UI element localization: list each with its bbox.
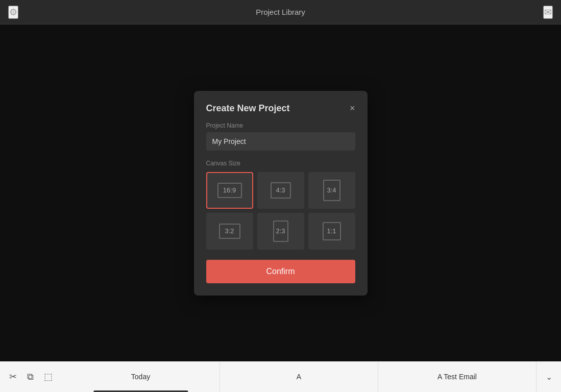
ratio-option-2-3[interactable]: 2:3 — [257, 213, 304, 250]
canvas-size-grid: 16:9 4:3 3:4 3:2 2:3 1:1 — [206, 172, 355, 250]
ratio-option-3-4[interactable]: 3:4 — [308, 172, 355, 209]
ratio-option-3-2[interactable]: 3:2 — [206, 213, 253, 250]
main-content: Create New Project × Project Name Canvas… — [0, 24, 561, 361]
tab-today[interactable]: Today — [62, 361, 220, 392]
tabs-expand-arrow[interactable]: ⌄ — [536, 372, 561, 382]
modal-title: Create New Project — [206, 103, 290, 114]
ratio-inner-1-1: 1:1 — [323, 222, 341, 240]
ratio-inner-3-4: 3:4 — [323, 180, 340, 201]
bottom-tabs: Today A A Test Email — [62, 361, 536, 392]
ratio-inner-16-9: 16:9 — [217, 183, 242, 198]
scissors-icon[interactable]: ✂ — [6, 368, 20, 385]
ratio-option-16-9[interactable]: 16:9 — [206, 172, 253, 209]
copy-icon[interactable]: ⧉ — [24, 369, 37, 385]
ratio-inner-4-3: 4:3 — [271, 182, 291, 199]
page-title: Project Library — [256, 8, 305, 16]
paste-icon[interactable]: ⬚ — [41, 368, 56, 385]
modal-header: Create New Project × — [206, 103, 355, 114]
ratio-inner-3-2: 3:2 — [219, 224, 240, 239]
tab-a[interactable]: A — [220, 361, 378, 392]
bottom-tools: ✂ ⧉ ⬚ — [0, 368, 62, 385]
tab-test-email[interactable]: A Test Email — [378, 361, 536, 392]
gear-icon[interactable]: ⚙ — [8, 6, 18, 19]
canvas-size-label: Canvas Size — [206, 160, 355, 167]
project-name-label: Project Name — [206, 122, 355, 129]
inbox-icon[interactable]: ✉ — [543, 6, 553, 19]
ratio-option-1-1[interactable]: 1:1 — [308, 213, 355, 250]
ratio-option-4-3[interactable]: 4:3 — [257, 172, 304, 209]
create-project-modal: Create New Project × Project Name Canvas… — [194, 91, 368, 296]
project-name-input[interactable] — [206, 132, 355, 151]
ratio-inner-2-3: 2:3 — [273, 220, 288, 242]
confirm-button[interactable]: Confirm — [206, 260, 355, 283]
top-bar: ⚙ Project Library ✉ — [0, 0, 561, 24]
bottom-bar: ✂ ⧉ ⬚ Today A A Test Email ⌄ — [0, 361, 561, 392]
close-button[interactable]: × — [350, 104, 355, 113]
